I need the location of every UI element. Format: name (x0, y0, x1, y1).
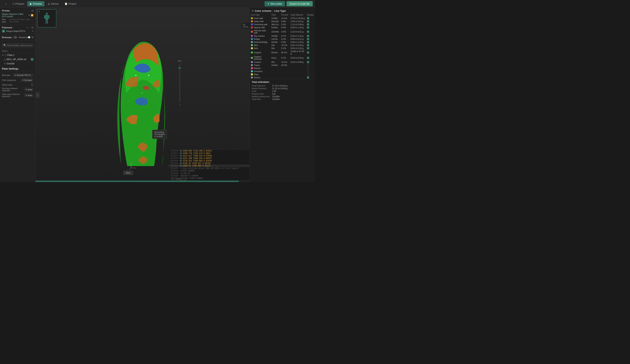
legend-row-display[interactable]: ✓ (306, 20, 315, 23)
plate-1-item[interactable]: ▼ ⬡ Plate 1 (0, 53, 36, 57)
other-layers-seq-value[interactable]: ▼ Auto (24, 94, 34, 97)
filament-add-icon[interactable]: + (26, 26, 28, 29)
legend-row-display[interactable]: ✓ (306, 26, 315, 29)
legend-row: Overhang wall36m11s5.3%1.12 m 3.44 g✓ (250, 23, 315, 26)
first-layer-seq-value[interactable]: ▼ Auto (24, 88, 34, 91)
outside-item[interactable]: ▼ Outside (0, 61, 36, 66)
printer-name-text: Elegoo Neptune 4 Max (0.4 nozzle) (2, 13, 28, 17)
legend-row-display[interactable]: ✓ (306, 34, 315, 37)
display-checkbox[interactable]: ✓ (307, 41, 309, 43)
file-checkbox[interactable]: ✓ (31, 58, 34, 61)
gcode-line-number: 2955040 (170, 150, 180, 152)
layer-slider[interactable]: 902 1 (178, 60, 181, 106)
legend-table: Line Type Time Percent Used filament Dis… (250, 13, 315, 79)
display-checkbox[interactable]: ✓ (307, 17, 309, 19)
display-checkbox[interactable]: ✓ (307, 35, 309, 37)
file-name: MKV_HP_405th.stl (6, 58, 26, 61)
global-btn[interactable]: Global (13, 36, 17, 39)
gcode-line[interactable]: 2955049;Z:144.52 (169, 172, 250, 175)
legend-row-filament: 0.01 m 0.04 g (290, 44, 306, 47)
display-checkbox[interactable]: ✓ (307, 44, 309, 46)
gcode-line[interactable]: 2955044G1X210.652 Y208.864 E.01939 (169, 160, 250, 162)
legend-row-filament: 4.78 m 14.59 g (290, 17, 306, 20)
display-checkbox[interactable]: ✓ (307, 76, 309, 79)
svg-rect-2 (44, 15, 46, 19)
legend-row-display[interactable] (306, 64, 315, 67)
settings-icon[interactable]: ⚙ (31, 9, 34, 12)
legend-row-display[interactable]: ✓ (306, 23, 315, 26)
legend-row-display[interactable]: ✓ (306, 37, 315, 40)
display-checkbox[interactable]: ✓ (307, 57, 309, 59)
gcode-line[interactable]: 2955045G1X210.41 Y209.027 E.00783 (169, 162, 250, 165)
legend-row-display[interactable]: ✓ (306, 76, 315, 79)
legend-row-display[interactable]: ✓ (306, 29, 315, 34)
legend-row-display[interactable] (306, 73, 315, 76)
display-checkbox[interactable]: ✓ (307, 51, 309, 54)
collapse-icon[interactable]: ⊞ (252, 9, 254, 12)
legend-row-display[interactable] (306, 70, 315, 73)
filament-settings-icon[interactable]: ⚙ (31, 26, 34, 29)
layer-progress-bar[interactable] (36, 181, 250, 182)
display-checkbox[interactable] (307, 64, 309, 66)
gcode-line[interactable]: 2955043G1X211.296 Y208.536 E.00937 (169, 157, 250, 160)
legend-row-percent (280, 73, 290, 76)
slice-label: Slice plate (270, 2, 282, 5)
legend-row-display[interactable]: ✓ (306, 47, 315, 50)
layer-counter: 1 / 0.00 (172, 178, 180, 180)
legend-row-display[interactable]: ✓ (306, 44, 315, 47)
legend-row-display[interactable]: ✓ (306, 17, 315, 20)
legend-row-name: Sparse infill (254, 26, 265, 29)
display-checkbox[interactable]: ✓ (307, 30, 309, 33)
grid-icon[interactable]: ⊞ (32, 36, 34, 39)
edit-icon[interactable]: ✎ (28, 14, 30, 16)
display-checkbox[interactable]: ✓ (307, 20, 309, 22)
gcode-params: X209.803 Y210.348 E.01013 (183, 150, 212, 152)
filament-remove-icon[interactable]: − (29, 26, 30, 29)
legend-row-filament: 0.40 m 1.23 g (290, 40, 306, 44)
slice-button[interactable]: ▼ Slice plate (264, 1, 285, 6)
spiral-vase-checkbox[interactable] (31, 83, 34, 86)
filament-edit-icon[interactable]: ✎ (32, 30, 34, 32)
gcode-line[interactable]: 2955048;LAYER_CHANGE (169, 170, 250, 172)
gcode-cmd: G1 (180, 152, 182, 154)
first-layer-seq-val: Auto (28, 88, 32, 91)
preview-button[interactable]: ▶ Preview (27, 1, 44, 6)
print-seq-val: By layer (24, 79, 32, 81)
gcode-line[interactable]: 2955041G1X209.776 Y210.274 E.0021 (169, 152, 250, 155)
home-button[interactable]: ⌂ (2, 1, 9, 6)
display-checkbox[interactable] (307, 73, 309, 76)
legend-row-display[interactable]: ✓ (306, 55, 315, 60)
device-button[interactable]: 🖨 Device (45, 1, 62, 6)
advanced-toggle[interactable] (29, 36, 30, 39)
gcode-line[interactable]: 2955050;HEIGHT:0.160004 (169, 175, 250, 177)
display-checkbox[interactable]: ✓ (307, 47, 309, 49)
display-checkbox[interactable] (307, 67, 309, 69)
slider-track[interactable] (179, 64, 180, 102)
legend-row-name: Internal solid infill (254, 29, 269, 34)
export-button[interactable]: Export G-code file (286, 1, 313, 6)
display-checkbox[interactable] (307, 70, 309, 72)
collapse-panel-btn[interactable]: ‹ (36, 92, 40, 98)
display-checkbox[interactable]: ✓ (307, 38, 309, 40)
gcode-line[interactable]: 2955051;BEFORE_LAYER_CHANGE (169, 177, 250, 180)
gcode-line[interactable]: 2955046G1X209.51 Y209.909 E.03375 (169, 165, 250, 167)
display-checkbox[interactable]: ✓ (307, 23, 309, 25)
search-input[interactable] (7, 44, 32, 46)
prepare-button[interactable]: ⬡ Prepare (10, 1, 27, 6)
legend-row-display[interactable] (306, 67, 315, 70)
gcode-line[interactable]: 2955042G1X211.627 Y208.423 E.07018 (169, 155, 250, 157)
col-display: Display (306, 13, 315, 17)
legend-row-display[interactable]: ✓ (306, 60, 315, 64)
legend-row-time: 1m23s (270, 37, 280, 40)
print-seq-value[interactable]: ▼ By layer (21, 78, 34, 82)
gcode-line[interactable]: 2955047; stop printing object MKV_HP_405… (169, 167, 250, 170)
legend-row-display[interactable]: ✓ (306, 50, 315, 55)
legend-row-display[interactable]: ✓ (306, 40, 315, 44)
gcode-line[interactable]: 2955040G1X209.803 Y210.348 E.01013 (169, 150, 250, 152)
project-button[interactable]: 📋 Project (62, 1, 79, 6)
file-item[interactable]: ⚠ MKV_HP_405th.stl ✓ (0, 57, 36, 61)
bed-type-setting-value[interactable]: ▼ Smooth PEI Pl... (13, 73, 34, 77)
slider-thumb[interactable] (178, 67, 181, 69)
display-checkbox[interactable]: ✓ (307, 61, 309, 63)
display-checkbox[interactable]: ✓ (307, 26, 309, 29)
